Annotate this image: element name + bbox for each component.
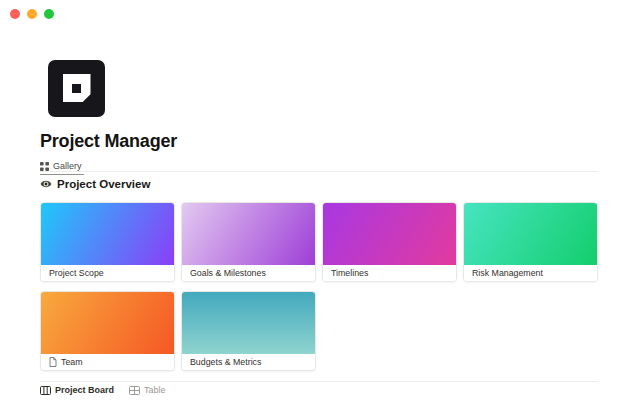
card-cover-image [41,292,174,354]
card-caption: Budgets & Metrics [182,354,315,370]
section-title: Project Overview [57,178,150,190]
card-title: Risk Management [472,268,543,278]
card-cover-image [182,292,315,354]
gallery-card[interactable]: Budgets & Metrics [181,291,316,371]
gallery-card[interactable]: Project Scope [40,202,175,282]
maximize-button[interactable] [44,9,54,19]
card-title: Team [61,357,83,367]
gallery-card[interactable]: Team [40,291,175,371]
link-project-board[interactable]: Project Board [40,385,114,395]
link-table[interactable]: Table [129,385,166,395]
card-cover-image [41,203,174,265]
close-button[interactable] [10,9,20,19]
tab-gallery[interactable]: Gallery [40,159,84,175]
footer-divider [40,381,598,382]
logo-inner-shape [63,74,91,102]
view-tabbar: Gallery [40,156,598,172]
card-title: Budgets & Metrics [190,357,261,367]
card-caption: Project Scope [41,265,174,281]
card-title: Goals & Milestones [190,268,266,278]
linked-views: Project Board Table [40,385,166,395]
link-table-label: Table [144,385,166,395]
minimize-button[interactable] [27,9,37,19]
gallery-card[interactable]: Goals & Milestones [181,202,316,282]
card-caption: Timelines [323,265,456,281]
gallery-card[interactable]: Timelines [322,202,457,282]
tab-gallery-label: Gallery [53,161,82,171]
logo-center-dot [72,84,81,93]
gallery-icon [40,162,49,171]
card-title: Timelines [331,268,368,278]
link-project-board-label: Project Board [55,385,114,395]
card-cover-image [464,203,597,265]
gallery-grid: Project Scope Goals & Milestones Timelin… [40,202,598,371]
board-icon [40,386,51,395]
page-title[interactable]: Project Manager [40,131,177,152]
card-caption: Risk Management [464,265,597,281]
card-caption: Team [41,354,174,370]
eye-icon [40,178,52,190]
page-logo-icon[interactable] [48,60,105,117]
card-cover-image [323,203,456,265]
window-controls [10,9,54,19]
gallery-card[interactable]: Risk Management [463,202,598,282]
card-title: Project Scope [49,268,104,278]
table-icon [129,386,140,395]
notion-window: Project Manager Gallery Project Overview… [0,0,640,400]
card-caption: Goals & Milestones [182,265,315,281]
card-cover-image [182,203,315,265]
section-header[interactable]: Project Overview [40,178,150,190]
page-icon [49,357,57,367]
